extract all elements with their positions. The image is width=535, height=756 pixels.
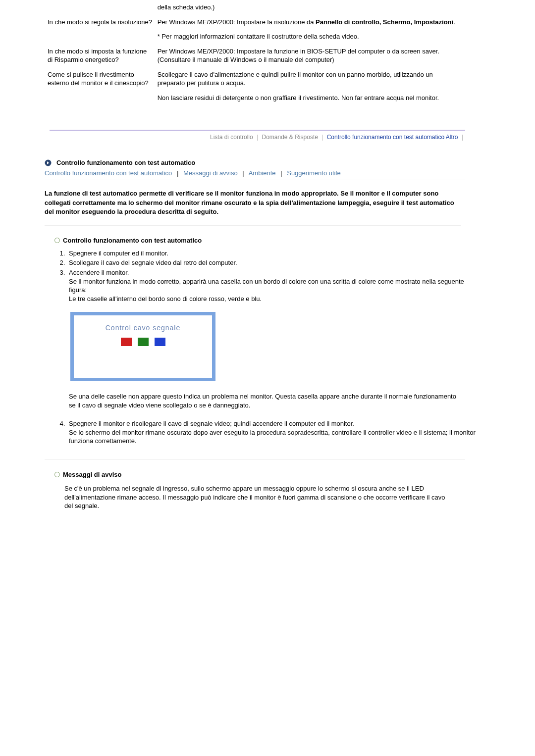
subheading-warnings-text: Messaggi di avviso <box>63 471 122 478</box>
page-container: della scheda video.) In che modo si rego… <box>0 0 535 530</box>
faq-question-2: In che modo si imposta la funzione di Ri… <box>48 44 158 67</box>
step-2-text: Scollegare il cavo del segnale video dal… <box>69 258 478 267</box>
arrow-circle-icon <box>45 159 52 166</box>
step-3-post-text: Se una delle caselle non appare questo i… <box>69 392 460 409</box>
step-4-line-b: Se lo schermo del monitor rimane oscurat… <box>69 428 478 446</box>
red-square-icon <box>121 338 132 346</box>
faq-answer-1-post: . <box>453 18 455 26</box>
sublink-tips[interactable]: Suggerimento utile <box>287 169 340 177</box>
faq-answer-3b: Non lasciare residui di detergente o non… <box>158 91 465 105</box>
step-4: Spegnere il monitor e ricollegare il cav… <box>67 419 478 446</box>
faq-answer-2: Per Windows ME/XP/2000: Impostare la fun… <box>158 44 465 67</box>
tab-separator-icon: | <box>460 134 465 141</box>
faq-answer-1: Per Windows ME/XP/2000: Impostare la ris… <box>158 15 465 44</box>
step-4-line-a: Spegnere il monitor e ricollegare il cav… <box>69 419 478 428</box>
tab-separator-icon: | <box>255 134 260 141</box>
faq-answer-1-bold: Pannello di controllo, Schermo, Impostaz… <box>316 18 453 26</box>
sub-links: Controllo funzionamento con test automat… <box>45 169 465 180</box>
subheading-selftest: Controllo funzionamento con test automat… <box>54 237 535 244</box>
green-square-icon <box>138 338 149 346</box>
sublink-selftest[interactable]: Controllo funzionamento con test automat… <box>45 169 172 177</box>
self-test-label: Control cavo segnale <box>74 323 212 333</box>
faq-question-1: In che modo si regola la risoluzione? <box>48 15 158 44</box>
bullet-icon <box>54 472 60 477</box>
pipe-separator-icon: | <box>239 169 247 177</box>
faq-table: della scheda video.) In che modo si rego… <box>48 0 465 105</box>
faq-answer-1-pre: Per Windows ME/XP/2000: Impostare la ris… <box>158 18 316 26</box>
pipe-separator-icon: | <box>174 169 181 177</box>
self-test-illustration: Control cavo segnale <box>70 312 215 381</box>
tab-selftest[interactable]: Controllo funzionamento con test automat… <box>327 134 458 141</box>
warnings-body: Se c'è un problema nel segnale di ingres… <box>64 484 453 510</box>
steps-list: Spegnere il computer ed il monitor. Scol… <box>47 249 478 446</box>
faq-answer-1-line2: * Per maggiori informazioni contattare i… <box>158 33 359 40</box>
faq-row-1: In che modo si regola la risoluzione? Pe… <box>48 15 465 44</box>
step-1: Spegnere il computer ed il monitor. <box>67 249 478 258</box>
step-3: Accendere il monitor. Se il monitor funz… <box>67 268 478 409</box>
main-heading-row: Controllo funzionamento con test automat… <box>45 159 535 166</box>
pipe-separator-icon: | <box>277 169 285 177</box>
step-3-line-c: Le tre caselle all'interno del bordo son… <box>69 295 478 303</box>
sublink-warnings[interactable]: Messaggi di avviso <box>183 169 238 177</box>
intro-paragraph: La funzione di test automatico permette … <box>45 189 461 226</box>
step-1-text: Spegnere il computer ed il monitor. <box>69 249 478 258</box>
bullet-icon <box>54 238 60 243</box>
blue-square-icon <box>155 338 165 346</box>
tab-checklist[interactable]: Lista di controllo <box>210 134 253 141</box>
faq-row-3: Come si pulisce il rivestimento esterno … <box>48 67 465 91</box>
main-heading: Controllo funzionamento con test automat… <box>56 159 195 166</box>
subheading-selftest-text: Controllo funzionamento con test automat… <box>63 237 202 244</box>
color-squares <box>74 338 212 346</box>
section-tabs: Lista di controllo | Domande & Risposte … <box>50 130 465 142</box>
tab-qa[interactable]: Domande & Risposte <box>262 134 318 141</box>
section-divider <box>45 459 465 460</box>
faq-answer-0: della scheda video.) <box>158 0 465 15</box>
faq-row-0: della scheda video.) <box>48 0 465 15</box>
faq-question-3: Come si pulisce il rivestimento esterno … <box>48 67 158 105</box>
subheading-warnings: Messaggi di avviso <box>54 471 535 478</box>
step-2: Scollegare il cavo del segnale video dal… <box>67 258 478 267</box>
step-3-line-b: Se il monitor funziona in modo corretto,… <box>69 277 478 295</box>
step-3-line-a: Accendere il monitor. <box>69 268 478 277</box>
faq-answer-3a: Scollegare il cavo d'alimentazione e qui… <box>158 67 465 91</box>
faq-row-2: In che modo si imposta la funzione di Ri… <box>48 44 465 67</box>
sublink-environment[interactable]: Ambiente <box>249 169 276 177</box>
tab-separator-icon: | <box>320 134 325 141</box>
